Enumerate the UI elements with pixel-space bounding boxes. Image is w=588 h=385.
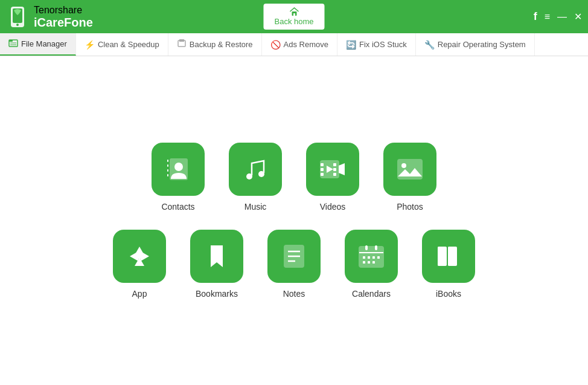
icon-row-1: Contacts Music <box>152 143 436 212</box>
calendars-item[interactable]: Calendars <box>345 230 398 299</box>
svg-rect-21 <box>321 168 324 171</box>
tab-file-manager[interactable]: File Manager <box>0 33 76 56</box>
photos-icon <box>395 155 424 184</box>
svg-rect-23 <box>333 163 336 166</box>
svg-rect-43 <box>372 261 375 264</box>
svg-point-18 <box>258 171 264 177</box>
svg-rect-36 <box>375 245 377 250</box>
svg-rect-13 <box>167 169 168 172</box>
app-item[interactable]: App <box>113 230 166 299</box>
svg-rect-14 <box>167 174 168 176</box>
ads-icon: 🚫 <box>270 40 281 50</box>
notes-item[interactable]: Notes <box>267 230 321 299</box>
close-button[interactable]: ✕ <box>574 12 582 22</box>
ibooks-icon <box>434 242 463 271</box>
tab-fix-ios-stuck[interactable]: 🔄 Fix iOS Stuck <box>337 33 416 56</box>
tab-ads-remove[interactable]: 🚫 Ads Remove <box>262 33 337 56</box>
tab-ads-remove-label: Ads Remove <box>284 40 328 49</box>
svg-rect-38 <box>368 256 370 259</box>
svg-rect-40 <box>377 256 380 259</box>
svg-rect-42 <box>368 261 370 264</box>
menu-button[interactable]: ≡ <box>545 12 550 22</box>
fix-icon: 🔄 <box>346 40 356 50</box>
bookmarks-icon <box>202 242 231 271</box>
bookmarks-label: Bookmarks <box>196 289 238 299</box>
tab-backup-restore[interactable]: Backup & Restore <box>168 33 262 56</box>
ibooks-label: iBooks <box>436 289 461 299</box>
notes-icon <box>280 242 308 271</box>
contacts-label: Contacts <box>161 202 194 212</box>
calendars-icon-box <box>345 230 398 283</box>
icarefone-label: iCareFone <box>34 16 93 29</box>
contacts-icon-box <box>152 143 205 196</box>
app-logo-icon <box>6 5 29 28</box>
videos-icon-box <box>306 143 359 196</box>
videos-icon <box>318 155 347 184</box>
videos-item[interactable]: Videos <box>306 143 359 212</box>
videos-label: Videos <box>320 202 346 212</box>
icon-row-2: App Bookmarks Notes <box>113 230 475 299</box>
svg-rect-10 <box>179 39 184 42</box>
svg-point-16 <box>174 163 183 171</box>
svg-rect-46 <box>438 247 439 266</box>
back-home-button[interactable]: Back home <box>263 4 324 30</box>
svg-rect-41 <box>363 261 365 264</box>
svg-point-17 <box>246 173 252 180</box>
svg-rect-25 <box>333 173 336 176</box>
svg-rect-20 <box>321 163 324 166</box>
ibooks-icon-box <box>422 230 475 283</box>
photos-label: Photos <box>397 202 423 212</box>
svg-rect-4 <box>293 13 295 16</box>
back-home-label: Back home <box>274 17 313 26</box>
contacts-item[interactable]: Contacts <box>152 143 205 212</box>
photos-item[interactable]: Photos <box>383 143 436 212</box>
photos-icon-box <box>383 143 436 196</box>
notes-label: Notes <box>283 289 305 299</box>
svg-point-28 <box>136 253 142 259</box>
logo-area: Tenorshare iCareFone <box>6 5 93 29</box>
svg-rect-6 <box>9 40 13 42</box>
facebook-button[interactable]: f <box>534 10 537 23</box>
bookmarks-icon-box <box>190 230 243 283</box>
clean-icon: ⚡ <box>85 40 95 50</box>
svg-rect-22 <box>321 173 324 176</box>
music-item[interactable]: Music <box>229 143 282 212</box>
calendars-icon <box>357 242 386 271</box>
tab-fix-ios-stuck-label: Fix iOS Stuck <box>359 40 407 49</box>
file-manager-icon <box>8 38 18 50</box>
app-icon-box <box>113 230 166 283</box>
svg-rect-11 <box>167 160 168 162</box>
bookmarks-item[interactable]: Bookmarks <box>190 230 243 299</box>
svg-rect-35 <box>365 245 368 250</box>
svg-rect-12 <box>167 164 168 167</box>
backup-icon <box>177 39 187 50</box>
svg-rect-37 <box>363 256 365 259</box>
tab-clean-speedup-label: Clean & Speedup <box>98 40 159 49</box>
svg-point-2 <box>16 24 19 26</box>
music-icon-box <box>229 143 282 196</box>
tab-file-manager-label: File Manager <box>21 39 67 48</box>
svg-rect-47 <box>448 247 450 266</box>
window-controls: f ≡ — ✕ <box>534 10 582 23</box>
ibooks-item[interactable]: iBooks <box>422 230 475 299</box>
tab-repair-os-label: Repair Operating System <box>438 40 526 49</box>
svg-point-27 <box>401 163 406 168</box>
minimize-button[interactable]: — <box>557 12 567 22</box>
app-icon <box>125 242 154 271</box>
svg-rect-39 <box>372 256 375 259</box>
tab-clean-speedup[interactable]: ⚡ Clean & Speedup <box>76 33 168 56</box>
tenorshare-label: Tenorshare <box>34 5 93 16</box>
svg-rect-24 <box>333 168 336 171</box>
logo-text: Tenorshare iCareFone <box>34 5 93 29</box>
calendars-label: Calendars <box>352 289 391 299</box>
repair-icon: 🔧 <box>424 40 435 50</box>
tab-repair-os[interactable]: 🔧 Repair Operating System <box>416 33 535 56</box>
titlebar: Tenorshare iCareFone Back home f ≡ — ✕ <box>0 0 588 33</box>
tabbar: File Manager ⚡ Clean & Speedup Backup & … <box>0 33 588 56</box>
music-label: Music <box>244 202 267 212</box>
contacts-icon <box>164 155 193 184</box>
notes-icon-box <box>267 230 321 283</box>
main-content: Contacts Music <box>0 56 588 385</box>
app-label: App <box>132 289 147 299</box>
tab-backup-restore-label: Backup & Restore <box>190 40 253 49</box>
